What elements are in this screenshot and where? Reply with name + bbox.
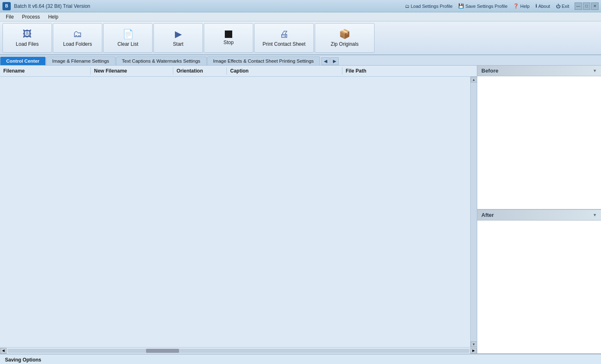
start-icon: ▶ <box>175 29 182 40</box>
file-list-body <box>0 77 470 347</box>
menu-help[interactable]: Help <box>44 13 63 21</box>
after-label: After <box>481 212 494 218</box>
col-header-orientation: Orientation <box>173 67 227 75</box>
load-settings-icon: 🗂 <box>405 4 410 9</box>
tab-bar: Control Center Image & Filename Settings… <box>0 55 601 66</box>
saving-options-panel: Saving Options Save Images In Select Fol… <box>0 354 601 364</box>
clear-list-button[interactable]: 📄 Clear List <box>103 23 153 53</box>
help-icon: ❓ <box>513 3 519 9</box>
before-chevron: ▼ <box>593 68 597 73</box>
save-settings-icon: 💾 <box>458 3 464 9</box>
exit-button[interactable]: ⏻ Exit <box>554 3 571 9</box>
load-settings-button[interactable]: 🗂 Load Settings Profile <box>403 3 455 9</box>
col-header-filepath: File Path <box>342 67 477 75</box>
window-controls: — □ ✕ <box>575 2 599 10</box>
table-header: Filename New Filename Orientation Captio… <box>0 66 477 77</box>
exit-label: Exit <box>562 4 569 9</box>
restore-button[interactable]: □ <box>583 2 590 10</box>
after-preview-body <box>477 221 601 354</box>
load-files-button[interactable]: 🖼 Load Files <box>2 23 52 53</box>
zip-originals-icon: 📦 <box>339 29 350 40</box>
after-header: After ▼ <box>477 210 601 221</box>
col-header-caption: Caption <box>227 67 342 75</box>
toolbar: 🖼 Load Files 🗂 Load Folders 📄 Clear List… <box>0 21 601 55</box>
stop-label: Stop <box>224 40 234 45</box>
clear-list-icon: 📄 <box>123 29 134 40</box>
tab-scroll-right[interactable]: ▶ <box>330 57 339 65</box>
load-settings-label: Load Settings Profile <box>411 4 453 9</box>
scroll-left-arrow[interactable]: ◀ <box>0 348 7 354</box>
preview-panel: Before ▼ After ▼ <box>477 66 601 354</box>
save-settings-button[interactable]: 💾 Save Settings Profile <box>456 2 509 9</box>
zip-originals-label: Zip Originals <box>331 41 358 47</box>
tab-text-captions[interactable]: Text Captions & Watermarks Settings <box>116 56 207 65</box>
load-files-label: Load Files <box>16 41 38 47</box>
tab-control-center[interactable]: Control Center <box>0 56 46 65</box>
horizontal-scroll-thumb[interactable] <box>146 349 179 353</box>
horizontal-scroll-track <box>7 349 469 353</box>
before-section: Before ▼ <box>477 66 601 209</box>
clear-list-label: Clear List <box>118 41 139 47</box>
file-list-scrollbar-v[interactable]: ▲ ▼ <box>470 77 477 347</box>
before-label: Before <box>481 68 498 74</box>
start-label: Start <box>173 41 183 47</box>
saving-options-title: Saving Options <box>5 357 596 364</box>
help-label: Help <box>520 4 530 9</box>
stop-icon <box>225 31 232 38</box>
stop-button[interactable]: Stop <box>204 23 253 53</box>
scroll-down-arrow[interactable]: ▼ <box>471 341 477 347</box>
save-settings-label: Save Settings Profile <box>465 4 507 9</box>
load-folders-icon: 🗂 <box>73 29 82 40</box>
tab-scroll-left[interactable]: ◀ <box>321 57 330 65</box>
load-folders-label: Load Folders <box>63 41 92 47</box>
menu-bar: File Process Help <box>0 12 601 21</box>
main-area: Filename New Filename Orientation Captio… <box>0 66 601 354</box>
tab-image-filename[interactable]: Image & Filename Settings <box>46 56 115 65</box>
app-title: Batch It v6.64 (32 Bit) Trial Version <box>14 3 403 9</box>
print-contact-sheet-button[interactable]: 🖨 Print Contact Sheet <box>254 23 314 53</box>
print-contact-sheet-icon: 🖨 <box>280 29 289 40</box>
app-icon: B <box>2 2 11 10</box>
horizontal-scrollbar[interactable]: ◀ ▶ <box>0 347 477 354</box>
help-button[interactable]: ❓ Help <box>511 2 532 9</box>
menu-file[interactable]: File <box>2 13 18 21</box>
about-icon: ℹ <box>535 3 537 9</box>
zip-originals-button[interactable]: 📦 Zip Originals <box>315 23 375 53</box>
col-header-filename: Filename <box>0 67 91 75</box>
exit-icon: ⏻ <box>556 4 561 9</box>
tab-image-effects[interactable]: Image Effects & Contact Sheet Printing S… <box>207 56 320 65</box>
after-chevron: ▼ <box>593 213 597 217</box>
col-header-newfilename: New Filename <box>91 67 173 75</box>
start-button[interactable]: ▶ Start <box>153 23 203 53</box>
close-button[interactable]: ✕ <box>591 2 599 10</box>
scroll-up-arrow[interactable]: ▲ <box>471 77 477 82</box>
minimize-button[interactable]: — <box>575 2 582 10</box>
load-folders-button[interactable]: 🗂 Load Folders <box>53 23 102 53</box>
title-controls: 🗂 Load Settings Profile 💾 Save Settings … <box>403 2 571 9</box>
after-section: After ▼ <box>477 210 601 354</box>
before-preview-body <box>477 76 601 209</box>
before-header: Before ▼ <box>477 66 601 76</box>
load-files-icon: 🖼 <box>23 29 32 40</box>
file-list-container: ▲ ▼ <box>0 77 477 347</box>
menu-process[interactable]: Process <box>18 13 44 21</box>
about-button[interactable]: ℹ About <box>533 2 552 9</box>
about-label: About <box>538 4 550 9</box>
file-panel: Filename New Filename Orientation Captio… <box>0 66 477 354</box>
scroll-right-arrow[interactable]: ▶ <box>470 348 477 354</box>
title-bar: B Batch It v6.64 (32 Bit) Trial Version … <box>0 0 601 12</box>
print-contact-sheet-label: Print Contact Sheet <box>262 41 305 47</box>
